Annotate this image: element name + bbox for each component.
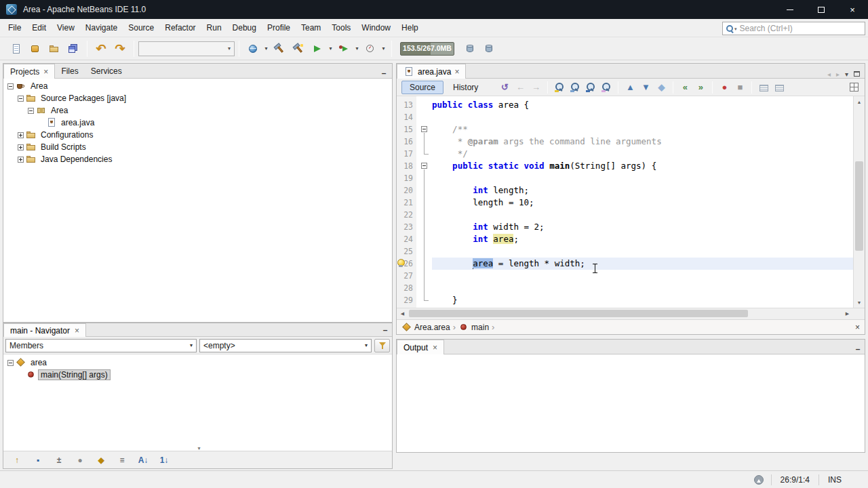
debug-project-button[interactable] [334,39,353,58]
tab-list-button[interactable]: ▾ [845,71,848,78]
code-text[interactable]: public static void main(String[] args) { [432,160,853,172]
code-line-15[interactable]: 15 /** [397,123,853,136]
toggle-bookmark-button[interactable]: ◆ [654,80,669,95]
line-number[interactable]: 14 [397,111,416,123]
project-node-area[interactable]: Area [3,80,392,92]
show-fields-button[interactable]: ▪ [32,454,44,466]
scroll-tabs-right-button[interactable]: ▸ [836,71,840,78]
code-line-28[interactable]: 28 [397,282,853,294]
breadcrumb-main[interactable]: main [458,322,489,333]
toggle-highlight-button[interactable] [599,80,614,95]
tab-close-icon[interactable]: × [454,68,459,76]
configuration-combo[interactable]: ▾ [138,41,235,56]
line-number[interactable]: 23 [397,221,416,233]
run-project-dropdown[interactable]: ▾ [327,45,334,52]
tab-close-icon[interactable]: × [43,68,48,76]
code-text[interactable]: public class area { [432,99,853,111]
menu-navigate[interactable]: Navigate [80,19,123,37]
editor-vertical-scrollbar[interactable]: ▲ ▼ [853,96,865,308]
fold-toggle[interactable] [421,126,427,132]
code-text[interactable] [432,245,853,258]
undo-button[interactable]: ↶ [92,39,111,58]
scroll-right-arrow[interactable]: ▶ [842,308,853,319]
breadcrumb-area-area[interactable]: Area.area [401,322,450,333]
code-line-19[interactable]: 19 [397,172,853,184]
code-line-14[interactable]: 14 [397,111,853,123]
debug-project-dropdown[interactable]: ▾ [353,45,361,52]
code-line-22[interactable]: 22 [397,209,853,221]
set-project-configuration-button[interactable] [243,39,262,58]
code-line-21[interactable]: 21 length = 10; [397,197,853,209]
previous-bookmark-button[interactable]: ▲ [623,80,637,95]
last-edit-button[interactable]: ↺ [497,80,512,95]
line-number[interactable]: 25 [397,245,416,258]
line-number[interactable]: 19 [397,172,416,184]
project-node-java-dependencies[interactable]: Java Dependencies [3,153,392,165]
line-number[interactable]: 29 [397,294,416,306]
menu-debug[interactable]: Debug [227,19,262,37]
vertical-scrollbar-thumb[interactable] [855,161,863,251]
editor-tab-area-java[interactable]: area.java × [397,64,466,79]
project-node-configurations[interactable]: Configurations [3,129,392,141]
code-text[interactable]: int area; [432,233,853,245]
set-project-configuration-dropdown[interactable]: ▾ [262,45,270,52]
line-number[interactable]: 17 [397,148,416,160]
show-inherited-members-button[interactable]: ↑ [11,454,23,466]
split-editor-button[interactable] [850,82,861,93]
code-text[interactable]: int width = 2; [432,221,853,233]
navigator-tree[interactable]: areamain(String[] args) [3,354,392,451]
scroll-left-arrow[interactable]: ◀ [397,308,408,319]
find-selection-button[interactable] [552,80,567,95]
code-line-13[interactable]: 13public class area { [397,99,853,111]
memory-indicator[interactable]: 153.5/267.0MB [400,42,454,56]
filter-combo[interactable]: <empty> ▾ [199,339,372,352]
line-number[interactable]: 16 [397,136,416,148]
members-combo[interactable]: Members ▾ [5,339,197,352]
fully-qualified-names-button[interactable]: ≡ [116,454,128,466]
menu-view[interactable]: View [52,19,80,37]
code-text[interactable]: * @param args the command line arguments [432,136,853,148]
line-number[interactable]: 26 [397,258,416,270]
find-next-button[interactable] [583,80,598,95]
output-close-icon[interactable]: × [433,344,437,352]
shift-line-left-button[interactable]: « [677,80,692,95]
code-line-29[interactable]: 29 } [397,294,853,306]
tree-toggle[interactable] [18,132,24,138]
navigator-close-icon[interactable]: × [75,327,79,335]
project-node-build-scripts[interactable]: Build Scripts [3,141,392,153]
menu-file[interactable]: File [3,19,26,37]
profile-project-button[interactable] [361,39,380,58]
code-line-20[interactable]: 20 int length; [397,184,853,197]
code-line-27[interactable]: 27 [397,270,853,282]
navigator-tab[interactable]: main - Navigator × [3,323,86,337]
gc-button-2[interactable] [479,39,498,58]
show-non-public-button[interactable]: ● [74,454,86,466]
scroll-tabs-left-button[interactable]: ◂ [827,71,831,78]
line-number[interactable]: 21 [397,197,416,209]
next-bookmark-button[interactable]: ▼ [638,80,653,95]
maximize-editor-button[interactable] [854,71,860,78]
code-line-26[interactable]: 26 area = length * width; [397,258,853,270]
tree-toggle[interactable] [18,96,24,102]
output-body[interactable] [397,354,865,452]
code-line-17[interactable]: 17 */ [397,148,853,160]
menu-refactor[interactable]: Refactor [159,19,201,37]
open-project-button[interactable] [45,39,64,58]
new-project-button[interactable] [26,39,45,58]
show-inner-classes-button[interactable]: ◆ [95,454,107,466]
clean-and-build-project-button[interactable] [289,39,308,58]
code-text[interactable] [432,270,853,282]
save-all-button[interactable] [64,39,83,58]
navigator-node-area[interactable]: area [3,357,392,369]
line-number[interactable]: 20 [397,184,416,197]
code-text[interactable] [432,209,853,221]
menu-edit[interactable]: Edit [26,19,52,37]
projects-minimize-button[interactable]: – [377,68,391,78]
menu-window[interactable]: Window [356,19,396,37]
code-text[interactable]: */ [432,148,853,160]
output-tab[interactable]: Output × [397,340,444,354]
start-macro-recording-button[interactable]: ● [717,80,732,95]
scroll-down-arrow[interactable]: ▼ [854,297,865,308]
code-text[interactable]: /** [432,123,853,136]
redo-button[interactable]: ↷ [111,39,130,58]
